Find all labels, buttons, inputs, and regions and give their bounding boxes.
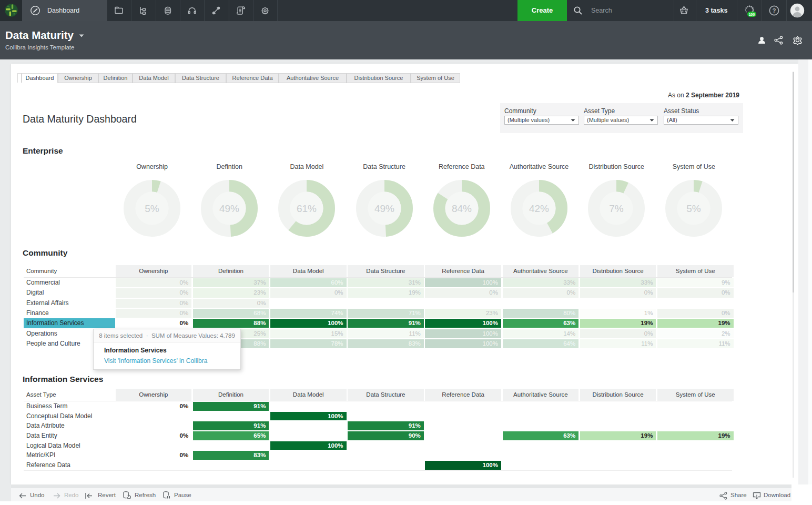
svg-text:5%: 5% [687, 203, 702, 214]
svg-text:84%: 84% [452, 203, 472, 214]
svg-text:61%: 61% [297, 203, 317, 214]
svg-text:49%: 49% [374, 203, 394, 214]
svg-text:?: ? [772, 7, 776, 14]
svg-text:5%: 5% [145, 203, 159, 214]
svg-text:7%: 7% [609, 203, 624, 214]
svg-text:49%: 49% [219, 203, 239, 214]
svg-text:42%: 42% [529, 203, 549, 214]
svg-text:100: 100 [749, 13, 755, 16]
